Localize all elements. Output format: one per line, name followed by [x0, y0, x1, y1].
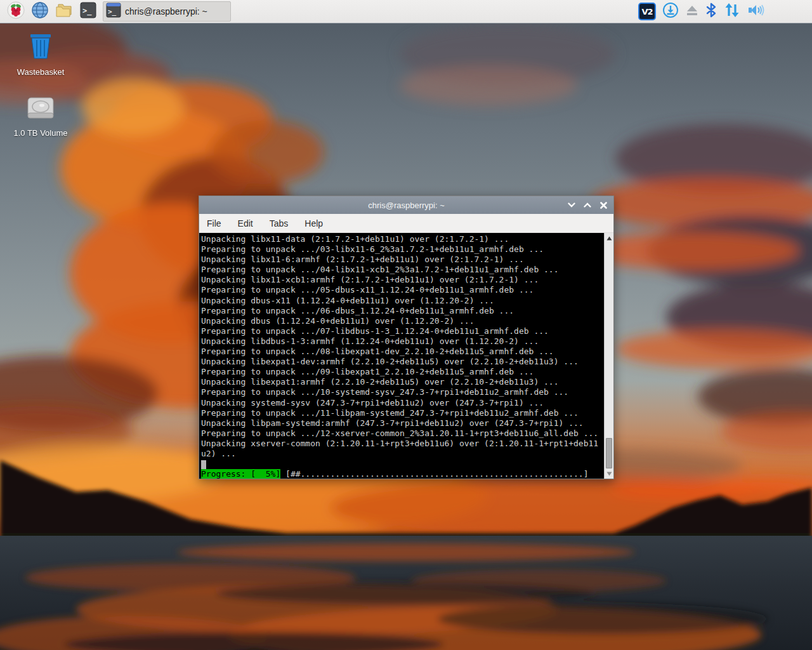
terminal-icon: >_	[80, 2, 96, 21]
eject-tray-button[interactable]	[685, 2, 699, 21]
task-button-terminal[interactable]: >_ chris@raspberrypi: ~	[103, 1, 231, 22]
volume-tray-button[interactable]	[747, 2, 766, 21]
apt-progress-line: Progress: [ 5%] [##.....................…	[201, 469, 602, 479]
terminal-line: Preparing to unpack .../11-libpam-system…	[201, 408, 602, 418]
desktop-icon-wastebasket[interactable]: Wastebasket	[8, 29, 74, 77]
terminal-line: Unpacking xserver-common (2:1.20.11-1+rp…	[201, 439, 602, 449]
raspberry-icon	[7, 1, 25, 22]
terminal-menubar: File Edit Tabs Help	[199, 214, 613, 233]
desktop-icon-volume[interactable]: 1.0 TB Volume	[8, 94, 74, 138]
terminal-scrollbar[interactable]	[604, 233, 613, 479]
terminal-cursor	[201, 460, 206, 469]
window-controls	[566, 196, 608, 214]
apt-progress-percent: Progress: [ 5%]	[201, 469, 280, 479]
window-close-button[interactable]	[598, 200, 608, 210]
task-button-label: chris@raspberrypi: ~	[125, 6, 207, 17]
vnc-tray-button[interactable]: V2	[638, 2, 656, 21]
desktop-icon-label: Wastebasket	[8, 67, 74, 77]
system-tray: V2	[638, 0, 766, 23]
vnc-icon: V2	[638, 3, 656, 20]
terminal-line: Unpacking libx11-data (2:1.7.2-1+deb11u1…	[201, 234, 602, 244]
terminal-line: Preparing to unpack .../10-systemd-sysv_…	[201, 387, 602, 397]
terminal-line: u2) ...	[201, 449, 602, 459]
terminal-screen[interactable]: Unpacking libx11-data (2:1.7.2-1+deb11u1…	[199, 233, 613, 479]
menu-edit[interactable]: Edit	[238, 218, 253, 229]
updates-tray-button[interactable]	[662, 2, 679, 21]
terminal-line: Unpacking dbus-x11 (1.12.24-0+deb11u1) o…	[201, 296, 602, 306]
terminal-launcher[interactable]: >_	[76, 1, 100, 22]
apt-progress-bar	[280, 469, 285, 479]
file-manager-launcher[interactable]	[52, 1, 76, 22]
volume-icon	[747, 2, 766, 21]
terminal-line: Unpacking libpam-systemd:armhf (247.3-7+…	[201, 418, 602, 428]
terminal-line: Preparing to unpack .../09-libexpat1_2.2…	[201, 367, 602, 377]
network-tray-button[interactable]	[723, 2, 741, 21]
updates-download-icon	[662, 2, 679, 21]
menu-help[interactable]: Help	[304, 218, 323, 229]
scrollbar-thumb[interactable]	[606, 438, 612, 468]
bluetooth-icon	[705, 3, 717, 20]
terminal-line: Unpacking libdbus-1-3:armhf (1.12.24-0+d…	[201, 336, 602, 347]
wastebasket-icon	[24, 53, 57, 64]
terminal-line: Unpacking dbus (1.12.24-0+deb11u1) over …	[201, 316, 602, 326]
globe-icon	[31, 1, 49, 22]
network-arrows-icon	[723, 2, 741, 21]
terminal-line: Preparing to unpack .../06-dbus_1.12.24-…	[201, 306, 602, 316]
scrollbar-down-arrow[interactable]	[605, 469, 613, 478]
window-titlebar[interactable]: chris@raspberrypi: ~	[199, 196, 613, 214]
eject-icon	[685, 3, 699, 20]
svg-text:>_: >_	[82, 6, 92, 16]
svg-text:>_: >_	[108, 8, 117, 16]
terminal-line: Unpacking libx11-xcb1:armhf (2:1.7.2-1+d…	[201, 275, 602, 285]
terminal-line: Preparing to unpack .../04-libx11-xcb1_2…	[201, 265, 602, 275]
terminal-line: Unpacking libexpat1:armhf (2.2.10-2+deb1…	[201, 377, 602, 387]
terminal-line: Preparing to unpack .../05-dbus-x11_1.12…	[201, 285, 602, 295]
hard-drive-icon	[23, 114, 58, 125]
terminal-window: chris@raspberrypi: ~ File Edit Tabs Help…	[199, 196, 614, 479]
terminal-line: Unpacking systemd-sysv (247.3-7+rpi1+deb…	[201, 398, 602, 408]
launcher-area: >_ >_ chris@raspberrypi: ~	[0, 0, 231, 23]
window-minimize-button[interactable]	[566, 200, 577, 210]
terminal-line: Preparing to unpack .../12-xserver-commo…	[201, 428, 602, 439]
desktop-icon-label: 1.0 TB Volume	[8, 128, 74, 138]
terminal-line: Unpacking libx11-6:armhf (2:1.7.2-1+deb1…	[201, 255, 602, 265]
terminal-output: Unpacking libx11-data (2:1.7.2-1+deb11u1…	[201, 234, 602, 459]
menu-button[interactable]	[4, 1, 28, 22]
terminal-line: Preparing to unpack .../08-libexpat1-dev…	[201, 347, 602, 357]
window-title: chris@raspberrypi: ~	[199, 201, 613, 210]
browser-launcher[interactable]	[28, 1, 52, 22]
terminal-line: Preparing to unpack .../07-libdbus-1-3_1…	[201, 326, 602, 336]
menu-file[interactable]: File	[207, 218, 221, 229]
terminal-line: Unpacking libexpat1-dev:armhf (2.2.10-2+…	[201, 357, 602, 367]
folder-icon	[55, 2, 74, 21]
terminal-window-icon: >_	[106, 3, 121, 20]
bluetooth-tray-button[interactable]	[705, 2, 717, 21]
menu-tabs[interactable]: Tabs	[270, 218, 289, 229]
terminal-line: Preparing to unpack .../03-libx11-6_2%3a…	[201, 244, 602, 255]
scrollbar-up-arrow[interactable]	[605, 234, 613, 242]
window-maximize-button[interactable]	[582, 200, 593, 210]
terminal-cursor-line	[201, 459, 602, 469]
taskbar: >_ >_ chris@raspberrypi: ~ V2	[0, 0, 812, 23]
